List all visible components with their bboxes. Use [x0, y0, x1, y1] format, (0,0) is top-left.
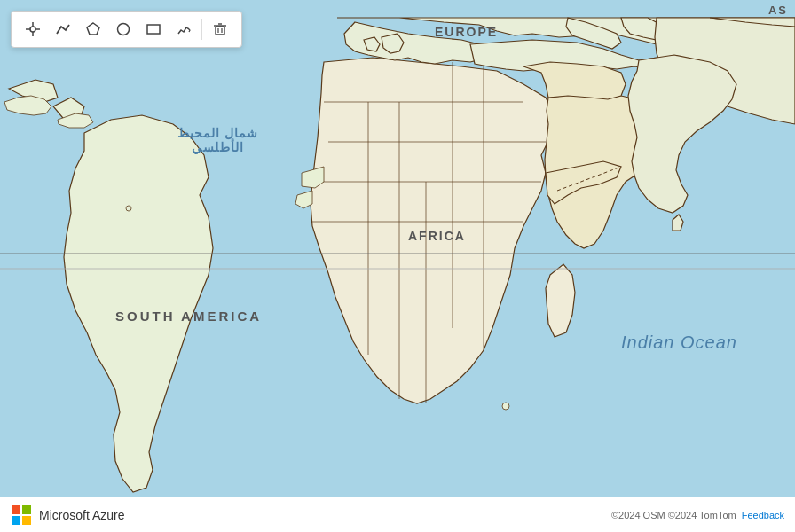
- circle-tool[interactable]: [109, 15, 138, 43]
- polygon-tool[interactable]: [79, 15, 107, 43]
- svg-rect-27: [22, 505, 31, 514]
- delete-tool[interactable]: [206, 15, 234, 43]
- toolbar-divider: [201, 19, 202, 40]
- microsoft-logo-icon: [11, 505, 32, 526]
- rectangle-tool[interactable]: [139, 15, 168, 43]
- azure-logo: Microsoft Azure: [11, 505, 124, 526]
- map-container[interactable]: AS SOUTH AMERICA AFRICA EUROPE Indian Oc…: [0, 0, 795, 532]
- as-label: AS: [768, 4, 788, 17]
- svg-point-19: [118, 24, 130, 35]
- svg-rect-21: [216, 27, 224, 35]
- svg-point-11: [502, 403, 509, 410]
- svg-rect-28: [12, 516, 20, 525]
- toolbar: [11, 11, 242, 48]
- point-tool[interactable]: [19, 15, 47, 43]
- svg-rect-26: [12, 505, 20, 514]
- azure-brand-text: Microsoft Azure: [39, 508, 124, 522]
- freehand-tool[interactable]: [169, 15, 198, 43]
- svg-rect-20: [147, 25, 160, 34]
- polyline-tool[interactable]: [49, 15, 77, 43]
- attribution-text: ©2024 OSM ©2024 TomTom: [611, 510, 736, 520]
- attribution: ©2024 OSM ©2024 TomTom Feedback: [611, 510, 784, 520]
- svg-rect-29: [22, 516, 31, 525]
- map-svg: [0, 0, 795, 532]
- bottom-bar: Microsoft Azure ©2024 OSM ©2024 TomTom F…: [0, 497, 795, 532]
- feedback-link[interactable]: Feedback: [742, 510, 784, 520]
- svg-point-14: [30, 27, 35, 32]
- svg-point-10: [126, 206, 131, 211]
